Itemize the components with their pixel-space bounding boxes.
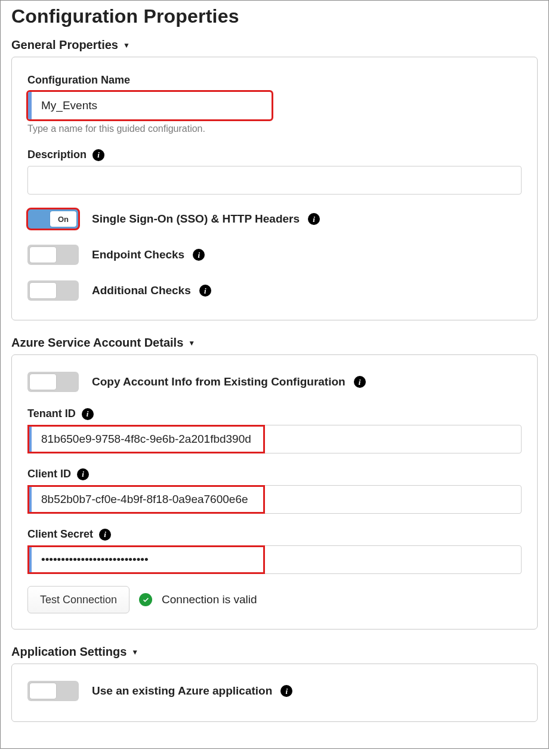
info-icon[interactable]: i — [199, 285, 211, 297]
endpoint-toggle-label: Endpoint Checks — [92, 248, 184, 261]
info-icon[interactable]: i — [193, 249, 205, 261]
info-icon[interactable]: i — [308, 213, 320, 225]
panel-general: Configuration Name Type a name for this … — [11, 57, 538, 320]
caret-down-icon: ▼ — [131, 649, 138, 656]
section-header-azure[interactable]: Azure Service Account Details ▼ — [11, 336, 538, 350]
config-name-input[interactable] — [27, 91, 272, 120]
client-secret-label: Client Secret — [27, 528, 93, 541]
additional-toggle[interactable] — [27, 280, 79, 301]
client-id-label: Client ID — [27, 468, 71, 480]
connection-status-text: Connection is valid — [162, 593, 257, 606]
caret-down-icon: ▼ — [123, 42, 130, 49]
page-title: Configuration Properties — [11, 5, 538, 27]
toggle-knob — [30, 683, 56, 699]
check-circle-icon — [139, 593, 152, 606]
config-name-help: Type a name for this guided configuratio… — [27, 124, 522, 134]
section-header-app-settings[interactable]: Application Settings ▼ — [11, 645, 538, 659]
info-icon[interactable]: i — [99, 529, 111, 541]
tenant-id-input[interactable] — [27, 425, 522, 453]
client-secret-input[interactable] — [27, 545, 522, 574]
toggle-knob — [30, 374, 56, 390]
description-input[interactable] — [27, 166, 522, 195]
test-connection-button[interactable]: Test Connection — [27, 586, 129, 613]
panel-app-settings: Use an existing Azure application i — [11, 664, 538, 722]
toggle-knob — [30, 283, 56, 298]
toggle-knob — [30, 247, 56, 263]
endpoint-toggle[interactable] — [27, 245, 79, 265]
tenant-id-label: Tenant ID — [27, 408, 76, 420]
copy-account-toggle-label: Copy Account Info from Existing Configur… — [92, 375, 346, 388]
config-name-label: Configuration Name — [27, 74, 522, 87]
section-header-app-settings-label: Application Settings — [11, 645, 127, 659]
copy-account-toggle[interactable] — [27, 372, 79, 392]
existing-app-toggle-label: Use an existing Azure application — [92, 684, 272, 698]
info-icon[interactable]: i — [77, 468, 89, 480]
section-header-general[interactable]: General Properties ▼ — [11, 38, 538, 52]
client-id-input[interactable] — [27, 485, 522, 514]
info-icon[interactable]: i — [82, 408, 94, 420]
sso-toggle[interactable]: On — [27, 209, 79, 229]
section-header-azure-label: Azure Service Account Details — [11, 336, 183, 350]
info-icon[interactable]: i — [280, 685, 292, 697]
caret-down-icon: ▼ — [188, 340, 195, 347]
panel-azure: Copy Account Info from Existing Configur… — [11, 354, 538, 630]
description-label: Description — [27, 149, 87, 161]
toggle-knob: On — [50, 211, 76, 227]
existing-app-toggle[interactable] — [27, 681, 79, 701]
info-icon[interactable]: i — [92, 149, 104, 161]
sso-toggle-label: Single Sign-On (SSO) & HTTP Headers — [92, 212, 300, 226]
additional-toggle-label: Additional Checks — [92, 284, 191, 297]
info-icon[interactable]: i — [354, 376, 366, 388]
section-header-general-label: General Properties — [11, 38, 118, 52]
